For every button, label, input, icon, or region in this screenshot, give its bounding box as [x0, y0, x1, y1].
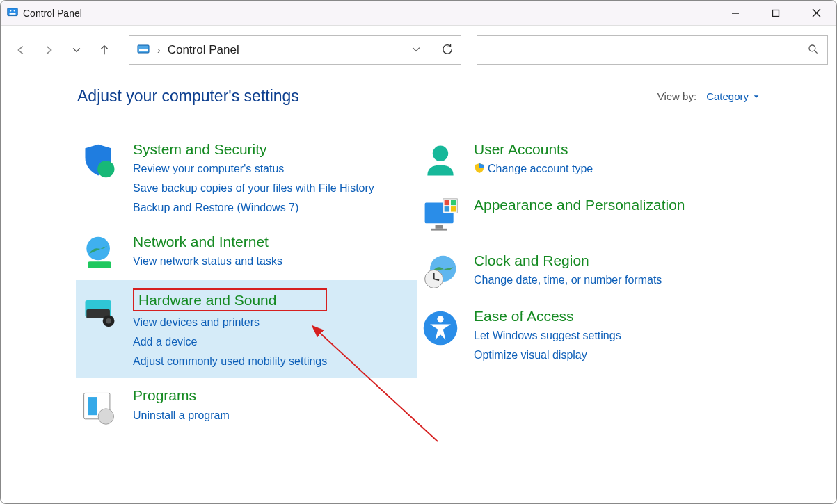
view-by-dropdown[interactable]: Category	[706, 90, 760, 102]
category-link[interactable]: Change account type	[474, 161, 593, 177]
svg-point-21	[98, 409, 113, 424]
control-panel-icon	[6, 7, 19, 19]
svg-rect-20	[88, 397, 97, 415]
globe-icon	[80, 233, 119, 272]
category-link[interactable]: Backup and Restore (Windows 7)	[133, 200, 374, 216]
category-title[interactable]: Network and Internet	[133, 233, 282, 250]
category-programs: Programs Uninstall a program	[76, 378, 417, 434]
breadcrumb-separator: ›	[157, 44, 161, 56]
titlebar: Control Panel	[1, 1, 836, 26]
address-bar[interactable]: › Control Panel	[129, 35, 461, 65]
svg-rect-30	[451, 206, 456, 211]
category-link[interactable]: Change date, time, or number formats	[474, 272, 662, 288]
category-title[interactable]: Clock and Region	[474, 252, 662, 269]
category-link[interactable]: View network status and tasks	[133, 253, 282, 270]
categories-left-column: System and Security Review your computer…	[76, 132, 417, 434]
category-link[interactable]: Add a device	[133, 334, 327, 350]
category-link[interactable]: Uninstall a program	[133, 407, 230, 424]
svg-point-36	[437, 316, 443, 322]
breadcrumb-item[interactable]: Control Panel	[168, 43, 239, 57]
category-title[interactable]: Ease of Access	[474, 307, 621, 325]
view-by-label: View by:	[657, 90, 696, 102]
back-button[interactable]	[13, 42, 29, 58]
uac-shield-icon	[474, 162, 485, 173]
category-title[interactable]: Hardware and Sound	[138, 292, 276, 308]
svg-rect-27	[445, 200, 449, 205]
svg-rect-24	[436, 225, 443, 229]
category-link[interactable]: Let Windows suggest settings	[474, 327, 621, 344]
subheader: Adjust your computer's settings View by:…	[1, 74, 836, 113]
svg-point-12	[97, 161, 114, 177]
category-network-internet: Network and Internet View network status…	[76, 225, 417, 280]
svg-rect-14	[88, 261, 111, 268]
up-button[interactable]	[97, 42, 112, 58]
clock-globe-icon	[421, 252, 460, 291]
svg-rect-29	[445, 206, 449, 211]
category-ease-of-access: Ease of Access Let Windows suggest setti…	[417, 299, 765, 372]
category-link[interactable]: Adjust commonly used mobility settings	[133, 353, 327, 370]
svg-rect-3	[10, 13, 16, 15]
accessibility-icon	[421, 307, 460, 346]
category-user-accounts: User Accounts Change account type	[417, 132, 765, 188]
svg-point-10	[809, 45, 815, 51]
text-cursor	[486, 43, 486, 57]
svg-point-18	[106, 318, 111, 323]
close-button[interactable]	[796, 1, 836, 26]
svg-rect-28	[451, 200, 456, 205]
category-system-security: System and Security Review your computer…	[76, 132, 417, 225]
category-title[interactable]: Appearance and Personalization	[474, 196, 685, 213]
shield-icon	[80, 140, 119, 179]
page-heading: Adjust your computer's settings	[77, 87, 299, 106]
category-title[interactable]: System and Security	[133, 140, 374, 158]
forward-button[interactable]	[41, 42, 56, 58]
svg-line-11	[815, 51, 818, 54]
address-dropdown-button[interactable]	[410, 44, 422, 57]
category-title[interactable]: Programs	[133, 387, 230, 404]
svg-rect-9	[139, 49, 148, 51]
categories-right-column: User Accounts Change account type	[417, 132, 765, 434]
search-box[interactable]	[477, 35, 828, 65]
svg-rect-25	[431, 229, 447, 231]
svg-rect-0	[8, 8, 17, 15]
svg-point-2	[14, 10, 15, 11]
search-icon	[808, 44, 819, 57]
svg-point-1	[10, 10, 11, 11]
toolbar: › Control Panel	[1, 26, 836, 74]
category-title[interactable]: User Accounts	[474, 140, 593, 158]
svg-rect-5	[773, 10, 779, 16]
nav-controls	[13, 42, 125, 58]
category-link[interactable]: Save backup copies of your files with Fi…	[133, 180, 374, 197]
recent-locations-button[interactable]	[69, 42, 84, 58]
category-hardware-sound: Hardware and Sound View devices and prin…	[76, 280, 417, 378]
window-controls	[715, 1, 836, 26]
category-link[interactable]: View devices and printers	[133, 314, 327, 331]
view-by-control: View by: Category	[657, 90, 760, 102]
printer-icon	[80, 288, 119, 327]
highlighted-category-box: Hardware and Sound	[133, 288, 327, 311]
refresh-button[interactable]	[441, 43, 454, 58]
user-icon	[421, 140, 460, 179]
categories-grid: System and Security Review your computer…	[1, 113, 836, 434]
category-clock-region: Clock and Region Change date, time, or n…	[417, 243, 765, 299]
programs-icon	[80, 387, 119, 425]
minimize-button[interactable]	[715, 1, 756, 26]
maximize-button[interactable]	[756, 1, 796, 26]
category-appearance-personalization: Appearance and Personalization	[417, 188, 765, 243]
category-link[interactable]: Review your computer's status	[133, 161, 374, 177]
location-icon	[136, 43, 150, 57]
category-link[interactable]: Optimize visual display	[474, 347, 621, 364]
monitor-icon	[421, 196, 460, 235]
svg-point-22	[433, 146, 448, 161]
window-title: Control Panel	[23, 8, 82, 19]
